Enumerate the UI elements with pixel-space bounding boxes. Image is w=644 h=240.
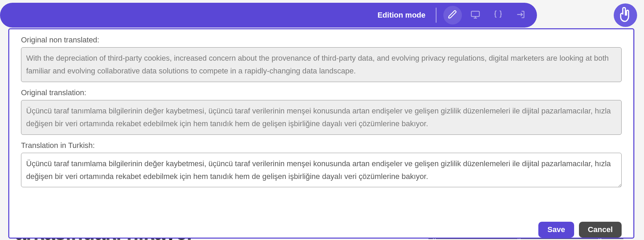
monitor-icon [471,10,480,21]
toolbar-divider [436,8,436,23]
braces-icon [493,10,503,21]
original-nontranslated-label: Original non translated: [21,36,622,44]
edition-mode-label: Edition mode [378,11,425,20]
original-translation-label: Original translation: [21,88,622,97]
original-nontranslated-value: With the depreciation of third-party coo… [21,47,622,82]
translation-turkish-group: Translation in Turkish: [21,141,622,189]
app-launcher-button[interactable] [614,3,637,27]
modal-scroll-area[interactable]: Original non translated: With the deprec… [9,29,633,220]
translation-turkish-label: Translation in Turkish: [21,141,622,150]
modal-button-row: Save Cancel [9,220,633,238]
svg-rect-0 [471,11,479,17]
preview-button[interactable] [466,6,485,24]
edit-button[interactable] [443,6,462,24]
cancel-button[interactable]: Cancel [579,222,622,238]
exit-button[interactable] [511,6,530,24]
translation-modal: Original non translated: With the deprec… [8,28,634,239]
top-bar: Edition mode [0,3,537,28]
original-translation-value: Üçüncü taraf tanımlama bilgilerinin değe… [21,100,622,135]
original-translation-group: Original translation: Üçüncü taraf tanım… [21,88,622,135]
finger-icon [619,7,632,24]
save-button[interactable]: Save [538,222,574,238]
pencil-icon [448,10,457,21]
original-nontranslated-group: Original non translated: With the deprec… [21,36,622,82]
code-button[interactable] [489,6,507,24]
translation-turkish-input[interactable] [21,153,622,188]
exit-icon [516,10,526,21]
